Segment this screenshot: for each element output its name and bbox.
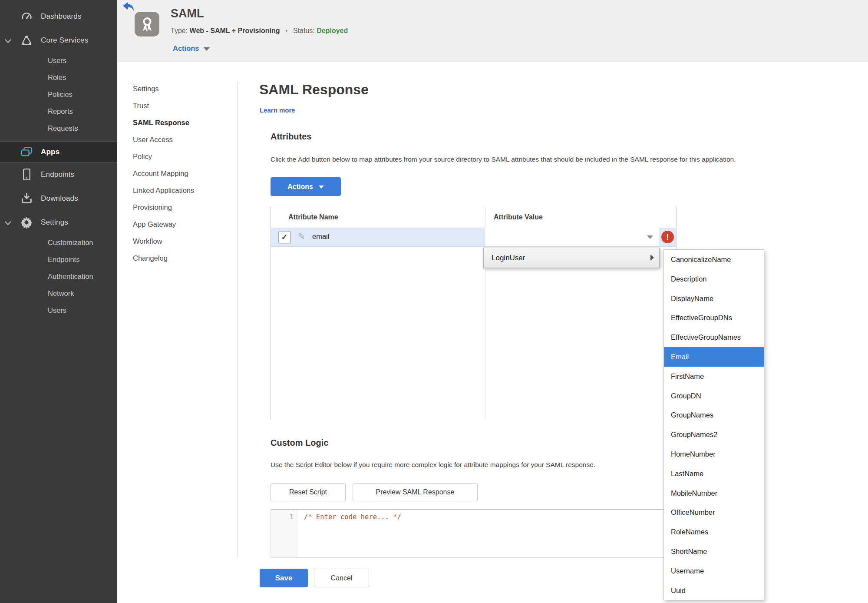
subnav-item-saml-response[interactable]: SAML Response — [133, 114, 233, 131]
submenu-item-homenumber[interactable]: HomeNumber — [664, 444, 764, 464]
sidebar-item-label: Users — [48, 56, 66, 65]
sidebar-item-users[interactable]: Users — [0, 302, 117, 319]
sidebar-item-customization[interactable]: Customization — [0, 234, 117, 251]
sidebar-item-network[interactable]: Network — [0, 285, 117, 302]
subnav-item-trust[interactable]: Trust — [133, 97, 233, 114]
attributes-description: Click the Add button below to map attrib… — [271, 156, 736, 163]
subnav-item-user-access[interactable]: User Access — [133, 131, 233, 148]
submenu-item-firstname[interactable]: FirstName — [664, 367, 764, 386]
sidebar-item-requests[interactable]: Requests — [0, 120, 117, 137]
table-row[interactable]: ✎ email — [271, 228, 676, 247]
subnav-item-settings[interactable]: Settings — [133, 80, 233, 97]
submenu-item-groupdn[interactable]: GroupDN — [664, 386, 764, 406]
sidebar-item-core-services[interactable]: Core Services — [0, 28, 117, 52]
sidebar-item-endpoints[interactable]: Endpoints — [0, 162, 117, 186]
sidebar-item-dashboards[interactable]: Dashboards — [0, 4, 117, 28]
sidebar-item-policies[interactable]: Policies — [0, 86, 117, 103]
submenu-item-label: HomeNumber — [671, 450, 716, 458]
submenu-item-effectivegroupnames[interactable]: EffectiveGroupNames — [664, 328, 764, 347]
subnav-item-label: Settings — [133, 85, 159, 93]
submenu-item-description[interactable]: Description — [664, 269, 764, 289]
attribute-value-dropdown[interactable] — [485, 228, 659, 246]
submenu-item-shortname[interactable]: ShortName — [664, 542, 764, 561]
status-badge: Deployed — [317, 27, 348, 34]
submenu-item-label: Email — [671, 353, 689, 361]
chevron-down-icon — [647, 235, 653, 239]
submenu-item-uuid[interactable]: Uuid — [664, 581, 764, 600]
submenu-item-officenumber[interactable]: OfficeNumber — [664, 503, 764, 522]
sidebar-item-label: Reports — [48, 107, 73, 116]
downloads-icon — [20, 192, 33, 204]
subnav-item-policy[interactable]: Policy — [133, 148, 233, 165]
app-window: Dashboards Core Services Users — [0, 0, 868, 603]
submenu-item-label: DisplayName — [671, 295, 713, 302]
chevron-right-icon — [650, 255, 654, 261]
error-icon — [661, 231, 674, 243]
learn-more-link[interactable]: Learn more — [260, 106, 295, 114]
submenu-item-mobilenumber[interactable]: MobileNumber — [664, 484, 764, 503]
submenu-item-groupnames2[interactable]: GroupNames2 — [664, 425, 764, 444]
chevron-down-icon[interactable] — [5, 218, 12, 225]
subnav-item-account-mapping[interactable]: Account Mapping — [133, 165, 233, 182]
dashboard-gauge-icon — [20, 11, 33, 22]
sidebar-item-roles[interactable]: Roles — [0, 69, 117, 86]
sidebar-item-apps[interactable]: Apps — [0, 141, 117, 162]
submenu-item-label: GroupNames2 — [671, 431, 717, 438]
submenu-item-label: GroupNames — [671, 411, 713, 419]
app-header: SAML Type: Web - SAML + Provisioning • S… — [117, 0, 868, 62]
submenu-item-rolenames[interactable]: RoleNames — [664, 522, 764, 542]
subnav-item-linked-applications[interactable]: Linked Applications — [133, 182, 233, 199]
script-editor[interactable]: 1 /* Enter code here... */ — [271, 509, 677, 558]
submenu-item-label: EffectiveGroupNames — [671, 333, 741, 341]
chevron-down-icon — [204, 47, 210, 51]
submenu-item-username[interactable]: Username — [664, 561, 764, 581]
save-button[interactable]: Save — [260, 569, 308, 587]
submenu-item-canonicalizename[interactable]: CanonicalizeName — [664, 250, 764, 269]
submenu-item-effectivegroupdns[interactable]: EffectiveGroupDNs — [664, 308, 764, 328]
sidebar-item-users[interactable]: Users — [0, 52, 117, 69]
attributes-actions-button[interactable]: Actions — [271, 177, 341, 196]
submenu-item-lastname[interactable]: LastName — [664, 464, 764, 484]
sidebar-item-label: Customization — [48, 239, 93, 247]
chevron-down-icon — [319, 186, 324, 189]
subnav-item-app-gateway[interactable]: App Gateway — [133, 216, 233, 233]
attributes-table: Attribute Name Attribute Value ✎ email — [271, 207, 677, 419]
column-header-attribute-value: Attribute Value — [494, 213, 543, 221]
ribbon-icon — [139, 16, 155, 33]
reset-script-button[interactable]: Reset Script — [271, 483, 346, 501]
subnav-item-workflow[interactable]: Workflow — [133, 233, 233, 250]
attribute-submenu: CanonicalizeName Description DisplayName… — [663, 249, 764, 600]
submenu-item-label: LastName — [671, 470, 703, 477]
sidebar-item-label: Core Services — [41, 36, 88, 45]
loginuser-menu[interactable]: LoginUser — [483, 248, 660, 268]
submenu-item-displayname[interactable]: DisplayName — [664, 289, 764, 308]
app-icon — [135, 12, 159, 36]
page-title: SAML — [171, 7, 204, 20]
submenu-item-label: Description — [671, 275, 707, 283]
subnav-item-provisioning[interactable]: Provisioning — [133, 199, 233, 216]
subnav-item-label: Workflow — [133, 237, 162, 245]
sidebar-item-label: Requests — [48, 124, 78, 133]
row-checkbox[interactable] — [278, 231, 290, 243]
sidebar-item-settings[interactable]: Settings — [0, 210, 117, 234]
chevron-down-icon[interactable] — [5, 36, 12, 43]
preview-saml-response-button[interactable]: Preview SAML Response — [353, 483, 478, 501]
custom-logic-description: Use the Script Editor below if you requi… — [271, 461, 595, 469]
cancel-button[interactable]: Cancel — [314, 569, 369, 587]
sidebar-item-reports[interactable]: Reports — [0, 103, 117, 120]
back-arrow-icon[interactable] — [122, 2, 134, 13]
header-actions-button[interactable]: Actions — [173, 44, 210, 53]
subnav-item-label: Linked Applications — [133, 186, 194, 194]
sidebar-item-label: Downloads — [41, 194, 78, 203]
error-cell — [659, 228, 676, 246]
app-meta: Type: Web - SAML + Provisioning • Status… — [171, 27, 348, 35]
sidebar-item-endpoints[interactable]: Endpoints — [0, 251, 117, 268]
type-label: Type: — [171, 27, 188, 34]
submenu-item-email[interactable]: Email — [664, 347, 764, 367]
submenu-item-groupnames[interactable]: GroupNames — [664, 405, 764, 425]
sidebar-item-downloads[interactable]: Downloads — [0, 186, 117, 210]
sidebar-item-label: Roles — [48, 73, 66, 82]
sidebar-item-authentication[interactable]: Authentication — [0, 268, 117, 285]
subnav-item-changelog[interactable]: Changelog — [133, 250, 233, 267]
subnav-item-label: Account Mapping — [133, 169, 188, 177]
